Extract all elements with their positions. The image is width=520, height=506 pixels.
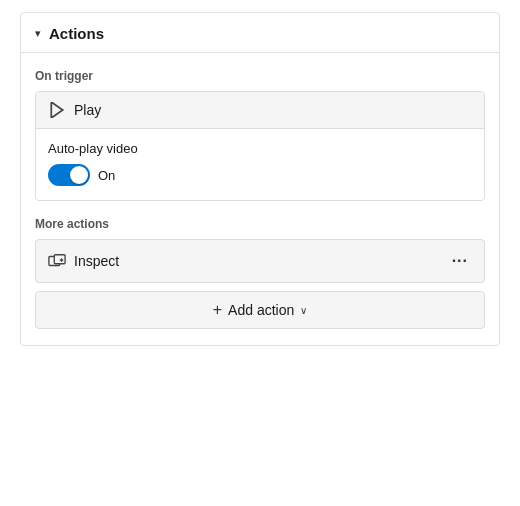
inspect-card: Inspect ···	[35, 239, 485, 283]
add-action-button[interactable]: + Add action ∨	[35, 291, 485, 329]
play-action-card: Play Auto-play video On	[35, 91, 485, 201]
auto-play-label: Auto-play video	[48, 141, 472, 156]
plus-icon: +	[213, 301, 222, 319]
add-action-label: Add action	[228, 302, 294, 318]
toggle-thumb	[70, 166, 88, 184]
play-row[interactable]: Play	[36, 92, 484, 128]
inspect-left: Inspect	[48, 253, 119, 269]
inspect-label: Inspect	[74, 253, 119, 269]
svg-rect-2	[54, 255, 65, 264]
more-actions-label: More actions	[35, 217, 485, 231]
toggle-row: On	[48, 164, 472, 186]
toggle-on-label: On	[98, 168, 115, 183]
ellipsis-button[interactable]: ···	[448, 250, 472, 272]
auto-play-section: Auto-play video On	[36, 128, 484, 200]
chevron-icon: ▾	[35, 27, 41, 40]
on-trigger-label: On trigger	[35, 69, 485, 83]
play-label: Play	[74, 102, 101, 118]
play-icon	[48, 102, 66, 118]
inspect-icon	[48, 253, 66, 269]
chevron-down-icon: ∨	[300, 305, 307, 316]
inspect-row[interactable]: Inspect ···	[36, 240, 484, 282]
svg-marker-0	[51, 102, 62, 118]
auto-play-toggle[interactable]	[48, 164, 90, 186]
panel-header[interactable]: ▾ Actions	[21, 13, 499, 53]
panel-title: Actions	[49, 25, 104, 42]
actions-panel: ▾ Actions On trigger Play Auto-play vide…	[20, 12, 500, 346]
panel-body: On trigger Play Auto-play video	[21, 53, 499, 345]
